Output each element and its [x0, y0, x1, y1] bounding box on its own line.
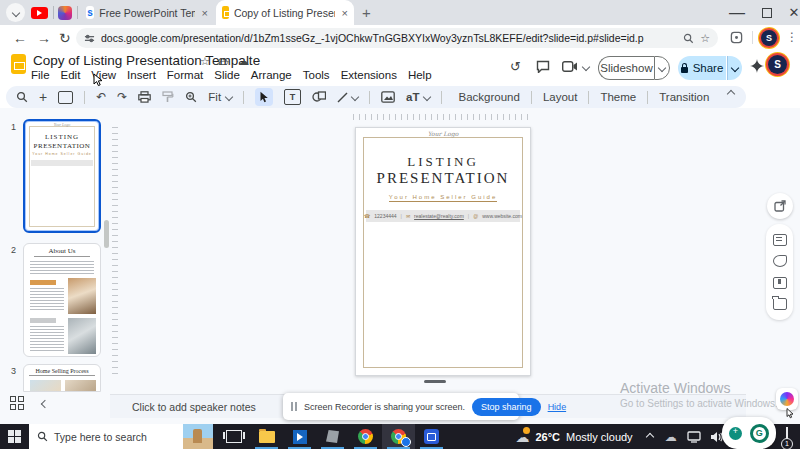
pinned-tab-icon[interactable] — [58, 6, 72, 20]
menu-edit[interactable]: Edit — [61, 69, 81, 81]
search-highlight-image[interactable] — [183, 424, 213, 449]
menu-slide[interactable]: Slide — [214, 69, 240, 81]
filmstrip-scrollbar[interactable] — [104, 220, 109, 248]
close-tab-icon[interactable]: × — [202, 7, 208, 19]
zoom-fit-select[interactable]: Fit — [208, 91, 232, 103]
export-card-icon[interactable] — [773, 277, 787, 289]
slide-title-line1[interactable]: LISTING — [356, 154, 530, 170]
grid-view-button[interactable] — [10, 396, 24, 410]
comment-icon[interactable] — [536, 60, 550, 73]
tab-listing-presentation[interactable]: Copy of Listing Presentation Te × — [216, 0, 354, 25]
tab-free-templates[interactable]: s Free PowerPoint Templates and × — [80, 0, 214, 25]
tab-search-button[interactable] — [6, 3, 25, 22]
start-button[interactable] — [8, 430, 21, 443]
action-center-button[interactable]: 1 — [786, 428, 788, 446]
theme-button[interactable]: Theme — [600, 91, 636, 103]
shapes-panel-icon[interactable] — [773, 255, 787, 267]
print-icon[interactable] — [138, 91, 151, 103]
folder-icon[interactable] — [773, 298, 787, 310]
collapse-filmstrip-icon[interactable] — [41, 400, 49, 408]
new-slide-icon[interactable]: + — [39, 89, 47, 105]
slide-thumbnail-1[interactable]: Your Logo LISTING PRESENTATION Your Home… — [23, 119, 101, 233]
textbox-tool-icon[interactable]: T — [284, 89, 301, 105]
task-view-button[interactable] — [217, 424, 250, 449]
menu-tools[interactable]: Tools — [303, 69, 330, 81]
chrome-profile-button[interactable] — [382, 424, 415, 449]
tray-expand-icon[interactable] — [645, 432, 653, 440]
site-settings-icon[interactable] — [84, 33, 95, 44]
layout-button[interactable]: Layout — [543, 91, 578, 103]
share-button[interactable]: Share — [678, 56, 726, 80]
temperature[interactable]: 26°C — [535, 431, 560, 443]
extension-floating-button[interactable] — [776, 388, 798, 410]
menu-help[interactable]: Help — [408, 69, 432, 81]
google-slides-logo[interactable] — [11, 54, 26, 74]
slide-canvas[interactable]: Your Logo LISTING PRESENTATION Your Home… — [355, 127, 531, 376]
youtube-pinned-tab[interactable] — [31, 7, 48, 19]
volume-icon[interactable] — [710, 431, 723, 443]
notes-resize-handle[interactable] — [424, 380, 446, 383]
slide-thumbnail-2[interactable]: About Us — [23, 243, 101, 357]
redo-icon[interactable]: ↷ — [117, 90, 127, 104]
taskbar-search-box[interactable]: Type here to search — [29, 424, 183, 449]
weather-condition[interactable]: Mostly cloudy — [566, 431, 633, 443]
background-button[interactable]: Background — [459, 91, 520, 103]
line-tool-button[interactable] — [337, 92, 358, 103]
file-explorer-button[interactable] — [250, 424, 283, 449]
new-slide-layout-icon[interactable] — [58, 91, 73, 104]
address-bar[interactable]: docs.google.com/presentation/d/1bZm1sseG… — [76, 28, 718, 48]
slideshow-button[interactable]: Slideshow — [598, 56, 654, 80]
screen-recorder-app-button[interactable] — [415, 424, 448, 449]
weather-icon[interactable]: ☁ — [515, 429, 529, 445]
menu-insert[interactable]: Insert — [127, 69, 156, 81]
transition-button[interactable]: Transition — [659, 91, 709, 103]
browser-profile-avatar[interactable]: S — [761, 30, 777, 46]
meet-camera-icon[interactable] — [562, 61, 578, 72]
gemini-sparkle-icon[interactable] — [750, 59, 764, 73]
bookmark-star-icon[interactable]: ☆ — [700, 32, 710, 45]
hide-banner-link[interactable]: Hide — [548, 402, 567, 412]
extensions-icon[interactable] — [730, 31, 743, 44]
side-panel-top-button[interactable] — [767, 193, 793, 219]
menu-extensions[interactable]: Extensions — [341, 69, 397, 81]
search-menus-icon[interactable] — [16, 91, 28, 103]
menu-file[interactable]: File — [31, 69, 50, 81]
network-icon[interactable] — [687, 431, 701, 443]
movies-tv-button[interactable] — [283, 424, 316, 449]
star-document-icon[interactable]: ☆ — [200, 55, 210, 68]
browser-menu-icon[interactable]: ⋮ — [786, 30, 798, 44]
move-folder-icon[interactable]: 🗁 — [218, 55, 229, 67]
slide-subtitle[interactable]: Your Home Seller Guide — [356, 194, 530, 200]
undo-icon[interactable]: ↶ — [96, 90, 106, 104]
onedrive-icon[interactable]: ☁ — [665, 430, 677, 444]
recorder-logo-icon[interactable]: G — [750, 424, 769, 443]
screen-recorder-widget[interactable]: G — [722, 417, 776, 449]
version-history-icon[interactable]: ↺ — [510, 59, 521, 74]
close-tab-icon[interactable]: × — [342, 7, 348, 19]
slideshow-dropdown-button[interactable] — [654, 56, 670, 80]
chrome-button[interactable] — [349, 424, 382, 449]
camera-dropdown-icon[interactable] — [582, 63, 590, 71]
share-dropdown-button[interactable] — [727, 56, 742, 80]
shapes-tool-icon[interactable] — [312, 91, 326, 103]
reload-icon[interactable]: ↻ — [59, 30, 71, 46]
slide-thumbnail-3[interactable]: Home Selling Process — [23, 364, 101, 392]
zoom-icon[interactable] — [185, 91, 197, 103]
minimize-button[interactable]: — — [722, 0, 752, 25]
paint-format-icon[interactable] — [162, 91, 174, 103]
account-avatar[interactable]: S — [768, 55, 787, 74]
recorder-camera-icon[interactable] — [729, 427, 742, 440]
insert-image-icon[interactable] — [381, 91, 395, 103]
forward-icon[interactable]: → — [37, 30, 51, 46]
slide-logo-text[interactable]: Your Logo — [356, 130, 530, 137]
slide-title-line2[interactable]: PRESENTATION — [356, 170, 530, 187]
close-window-button[interactable]: ✕ — [779, 0, 800, 25]
select-tool-button[interactable] — [255, 88, 273, 106]
menu-arrange[interactable]: Arrange — [251, 69, 292, 81]
slide-contact-bar[interactable]: ☎ 12234444 | ✉ realestate@realty.com | @… — [366, 210, 520, 222]
zoom-page-icon[interactable] — [683, 33, 694, 44]
menu-format[interactable]: Format — [167, 69, 203, 81]
photos-app-button[interactable] — [316, 424, 349, 449]
contact-card-icon[interactable] — [773, 234, 787, 246]
back-icon[interactable]: ← — [13, 30, 27, 46]
